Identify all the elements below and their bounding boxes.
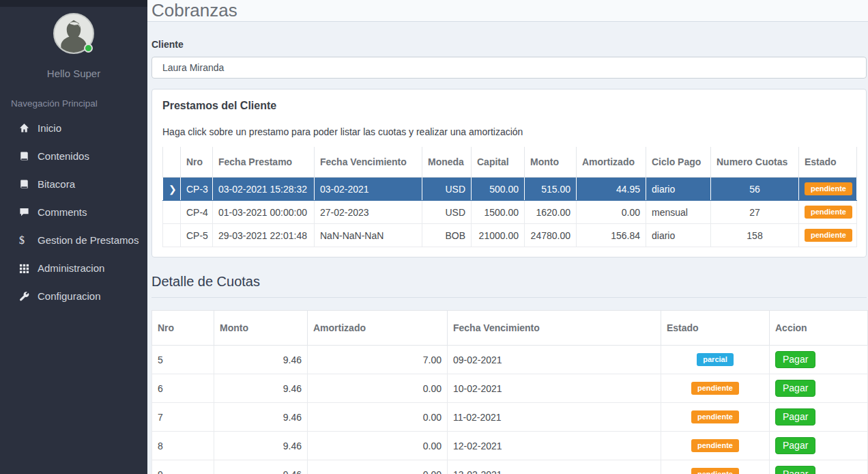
- prestamo-moneda: USD: [422, 178, 472, 201]
- sidebar-item-configuracion[interactable]: Configuracion: [0, 282, 147, 310]
- prestamo-fecha-prestamo: 03-02-2021 15:28:32: [213, 178, 315, 201]
- cuota-nro: 9: [152, 460, 214, 474]
- sidebar-item-inicio[interactable]: Inicio: [0, 114, 147, 142]
- sidebar-item-contenidos[interactable]: Contenidos: [0, 142, 147, 170]
- cuota-row-7: 79.460.0011-02-2021pendientePagar: [152, 403, 868, 432]
- pagar-button[interactable]: Pagar: [775, 466, 815, 474]
- prestamo-amortizado: 0.00: [577, 201, 646, 224]
- cuota-fecha-vencimiento: 13-02-2021: [448, 460, 661, 474]
- cuota-accion-cell: Pagar: [770, 432, 868, 460]
- prestamos-table-body: ❯CP-303-02-2021 15:28:3203-02-2021USD500…: [163, 178, 857, 247]
- sidebar-item-label: Administracion: [38, 262, 104, 274]
- status-badge: parcial: [697, 353, 733, 366]
- cuota-estado-cell: pendiente: [661, 403, 770, 432]
- cuota-estado-cell: pendiente: [661, 432, 770, 460]
- status-badge: pendiente: [691, 410, 739, 423]
- sidebar-item-label: Gestion de Prestamos: [38, 234, 139, 246]
- cuota-accion-cell: Pagar: [770, 374, 868, 403]
- prestamos-col-header: Fecha Prestamo: [213, 147, 315, 178]
- prestamo-monto: 515.00: [525, 178, 577, 201]
- status-badge: pendiente: [805, 206, 852, 219]
- row-expand-cell[interactable]: ❯: [163, 178, 181, 201]
- home-icon: [19, 123, 33, 134]
- comment-icon: [19, 207, 33, 218]
- sidebar-top-strip: [0, 0, 147, 7]
- status-badge: pendiente: [691, 468, 739, 474]
- prestamos-col-header: Ciclo Pago: [646, 147, 711, 178]
- cuotas-section-title: Detalle de Cuotas: [151, 274, 867, 298]
- cuota-fecha-vencimiento: 10-02-2021: [448, 374, 661, 403]
- user-name: Hello Super: [0, 68, 147, 79]
- status-badge: pendiente: [691, 439, 739, 452]
- cuota-amortizado: 0.00: [308, 374, 448, 403]
- prestamo-nro: CP-5: [181, 224, 213, 247]
- prestamo-capital: 1500.00: [472, 201, 525, 224]
- prestamo-fecha-prestamo: 29-03-2021 22:01:48: [213, 224, 315, 247]
- sidebar-item-gestion-de-prestamos[interactable]: $Gestion de Prestamos: [0, 226, 147, 254]
- cuota-estado-cell: parcial: [661, 346, 770, 374]
- prestamos-col-header: Numero Cuotas: [711, 147, 799, 178]
- prestamo-fecha-vencimiento: 27-02-2023: [315, 201, 422, 224]
- cuota-monto: 9.46: [214, 403, 308, 432]
- cuotas-col-header: Nro: [152, 311, 214, 346]
- pagar-button[interactable]: Pagar: [775, 437, 815, 454]
- prestamo-moneda: USD: [422, 201, 472, 224]
- cuota-estado-cell: pendiente: [661, 460, 770, 474]
- main-content: Cobranzas Cliente Prestamos del Cliente …: [147, 0, 868, 474]
- cuota-monto: 9.46: [214, 432, 308, 460]
- prestamo-estado-cell: pendiente: [799, 224, 857, 247]
- prestamo-monto: 1620.00: [525, 201, 577, 224]
- prestamo-estado-cell: pendiente: [799, 201, 857, 224]
- prestamo-capital: 21000.00: [472, 224, 525, 247]
- page-title: Cobranzas: [151, 0, 237, 21]
- prestamo-row-cp-4[interactable]: CP-401-03-2021 00:00:0027-02-2023USD1500…: [163, 201, 857, 224]
- sidebar-item-label: Bitacora: [38, 178, 75, 190]
- cuota-fecha-vencimiento: 11-02-2021: [448, 403, 661, 432]
- row-expand-cell[interactable]: [163, 201, 181, 224]
- sidebar: Hello Super Navegación Principal InicioC…: [0, 0, 147, 474]
- cuota-amortizado: 7.00: [308, 346, 448, 374]
- cuotas-col-header: Accion: [770, 311, 868, 346]
- status-badge: pendiente: [805, 182, 852, 195]
- prestamo-ciclo-pago: diario: [646, 178, 711, 201]
- book-icon: [19, 151, 33, 162]
- cuota-estado-cell: pendiente: [661, 374, 770, 403]
- prestamos-col-header: [163, 147, 181, 178]
- sidebar-item-bitacora[interactable]: Bitacora: [0, 170, 147, 198]
- cliente-label: Cliente: [151, 39, 867, 50]
- prestamo-row-cp-5[interactable]: CP-529-03-2021 22:01:48NaN-NaN-NaNBOB210…: [163, 224, 857, 247]
- cuota-row-6: 69.460.0010-02-2021pendientePagar: [152, 374, 868, 403]
- pagar-button[interactable]: Pagar: [775, 408, 815, 426]
- sidebar-item-label: Configuracion: [38, 290, 101, 302]
- cuotas-col-header: Fecha Vencimiento: [448, 311, 661, 346]
- nav-header: Navegación Principal: [11, 98, 147, 109]
- prestamo-nro: CP-3: [181, 178, 213, 201]
- pagar-button[interactable]: Pagar: [775, 380, 815, 397]
- prestamos-col-header: Nro: [181, 147, 213, 178]
- cuotas-table-body: 59.467.0009-02-2021parcialPagar69.460.00…: [152, 346, 868, 474]
- prestamos-col-header: Capital: [472, 147, 525, 178]
- prestamo-moneda: BOB: [422, 224, 472, 247]
- prestamos-panel: Prestamos del Cliente Haga click sobre u…: [151, 89, 867, 257]
- book-icon: [19, 179, 33, 190]
- pagar-button[interactable]: Pagar: [775, 351, 815, 368]
- cuota-accion-cell: Pagar: [770, 460, 868, 474]
- prestamo-ciclo-pago: mensual: [646, 201, 711, 224]
- cliente-input[interactable]: [151, 57, 867, 79]
- prestamo-amortizado: 44.95: [577, 178, 646, 201]
- sidebar-item-administracion[interactable]: Administracion: [0, 254, 147, 282]
- cuota-accion-cell: Pagar: [770, 403, 868, 432]
- grid-icon: [19, 263, 33, 274]
- cuota-nro: 5: [152, 346, 214, 374]
- wrench-icon: [19, 291, 33, 302]
- cuotas-col-header: Monto: [214, 311, 308, 346]
- cuota-row-5: 59.467.0009-02-2021parcialPagar: [152, 346, 868, 374]
- prestamo-fecha-vencimiento: 03-02-2021: [315, 178, 422, 201]
- prestamo-row-cp-3[interactable]: ❯CP-303-02-2021 15:28:3203-02-2021USD500…: [163, 178, 857, 201]
- cuota-monto: 9.46: [214, 346, 308, 374]
- row-expand-cell[interactable]: [163, 224, 181, 247]
- sidebar-item-label: Comments: [38, 206, 87, 218]
- sidebar-item-comments[interactable]: Comments: [0, 198, 147, 226]
- cuota-nro: 8: [152, 432, 214, 460]
- status-badge: pendiente: [691, 382, 739, 395]
